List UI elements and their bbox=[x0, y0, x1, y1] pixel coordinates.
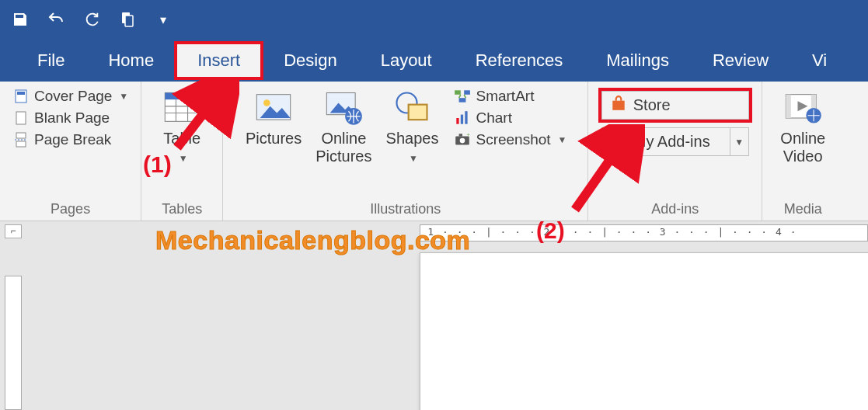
svg-rect-1 bbox=[125, 16, 133, 26]
cover-page-icon bbox=[12, 88, 30, 105]
svg-rect-35 bbox=[786, 95, 792, 118]
group-label-illustrations: Illustrations bbox=[370, 198, 441, 219]
blank-page-icon bbox=[12, 109, 30, 127]
svg-line-40 bbox=[177, 87, 224, 148]
arrow-1-icon bbox=[169, 78, 239, 155]
online-video-label: Online Video bbox=[780, 130, 825, 165]
svg-rect-30 bbox=[459, 134, 462, 136]
annotation-2: (2) bbox=[536, 217, 565, 244]
group-illustrations: Pictures Online Pictures Shapes▼ bbox=[223, 82, 588, 221]
online-pictures-icon bbox=[323, 88, 364, 128]
page-break-icon bbox=[12, 131, 30, 148]
svg-text:+: + bbox=[467, 131, 471, 138]
screenshot-button[interactable]: + Screenshot ▼ bbox=[451, 130, 570, 150]
shapes-icon bbox=[392, 88, 432, 128]
ruler-corner: ⌐ bbox=[5, 224, 22, 238]
undo-icon[interactable] bbox=[45, 9, 67, 30]
page-break-button[interactable]: Page Break bbox=[9, 130, 131, 150]
pictures-icon bbox=[253, 88, 294, 128]
save-icon[interactable] bbox=[9, 9, 31, 30]
document-area bbox=[0, 245, 868, 410]
pictures-label: Pictures bbox=[246, 130, 302, 148]
online-video-button[interactable]: Online Video bbox=[772, 86, 834, 167]
customize-qat-icon[interactable]: ▾ bbox=[152, 9, 174, 30]
svg-line-42 bbox=[575, 132, 629, 210]
redo-icon[interactable] bbox=[81, 9, 103, 30]
online-pictures-label: Online Pictures bbox=[315, 130, 371, 165]
tab-references[interactable]: References bbox=[454, 43, 585, 78]
shapes-label: Shapes bbox=[386, 130, 439, 147]
pictures-button[interactable]: Pictures bbox=[241, 86, 306, 149]
cover-page-button[interactable]: Cover Page ▼ bbox=[9, 86, 131, 106]
watermark-text: Mechanicalengblog.com bbox=[155, 225, 470, 255]
screenshot-icon: + bbox=[454, 131, 471, 148]
chart-label: Chart bbox=[476, 109, 511, 127]
blank-page-button[interactable]: Blank Page bbox=[9, 108, 131, 128]
tab-insert[interactable]: Insert bbox=[176, 43, 262, 78]
ruler-ticks: 1 · · · | · · · 2 · · · | · · · 3 · · · … bbox=[420, 226, 804, 238]
document-page[interactable] bbox=[420, 252, 868, 410]
cover-page-label: Cover Page bbox=[34, 88, 112, 105]
tab-home[interactable]: Home bbox=[86, 43, 176, 78]
group-label-pages: Pages bbox=[51, 198, 90, 219]
svg-rect-3 bbox=[17, 92, 25, 95]
store-button[interactable]: Store bbox=[601, 91, 749, 120]
group-media: Online Video Media bbox=[762, 82, 843, 221]
svg-point-15 bbox=[263, 99, 270, 106]
chevron-down-icon: ▼ bbox=[558, 134, 567, 145]
page-break-label: Page Break bbox=[34, 131, 111, 148]
smartart-icon bbox=[454, 88, 471, 105]
svg-rect-32 bbox=[612, 101, 624, 110]
tab-file[interactable]: File bbox=[16, 43, 86, 78]
ribbon-tabs: File Home Insert Design Layout Reference… bbox=[0, 39, 868, 82]
annotation-1: (1) bbox=[143, 151, 172, 178]
svg-point-29 bbox=[460, 138, 465, 144]
chart-button[interactable]: Chart bbox=[451, 108, 570, 128]
online-video-icon bbox=[783, 88, 823, 128]
svg-rect-23 bbox=[465, 90, 471, 95]
chevron-down-icon: ▼ bbox=[119, 91, 128, 102]
svg-rect-25 bbox=[457, 118, 459, 124]
vertical-ruler[interactable] bbox=[5, 276, 22, 410]
svg-rect-4 bbox=[16, 112, 26, 124]
svg-rect-5 bbox=[16, 133, 26, 138]
quick-access-toolbar: ▾ bbox=[0, 0, 868, 39]
arrow-2-icon bbox=[567, 124, 645, 217]
horizontal-ruler[interactable]: 1 · · · | · · · 2 · · · | · · · 3 · · · … bbox=[420, 224, 868, 241]
svg-rect-26 bbox=[461, 115, 463, 124]
screenshot-label: Screenshot bbox=[476, 131, 550, 148]
online-pictures-button[interactable]: Online Pictures bbox=[311, 86, 376, 167]
svg-rect-27 bbox=[465, 111, 468, 124]
group-label-tables: Tables bbox=[162, 198, 202, 219]
my-addins-dropdown[interactable]: ▼ bbox=[730, 127, 749, 156]
svg-rect-24 bbox=[459, 98, 466, 102]
ribbon: Cover Page ▼ Blank Page Page Break Page bbox=[0, 82, 868, 221]
svg-rect-6 bbox=[16, 141, 26, 147]
svg-rect-22 bbox=[455, 90, 462, 95]
chevron-down-icon: ▼ bbox=[409, 153, 418, 164]
group-label-media: Media bbox=[784, 198, 822, 219]
group-label-addins: Add-ins bbox=[651, 198, 699, 219]
tab-layout[interactable]: Layout bbox=[359, 43, 454, 78]
smartart-button[interactable]: SmartArt bbox=[451, 86, 570, 106]
chart-icon bbox=[454, 109, 471, 127]
tab-design[interactable]: Design bbox=[262, 43, 358, 78]
shapes-button[interactable]: Shapes▼ bbox=[381, 86, 443, 167]
smartart-label: SmartArt bbox=[476, 88, 534, 105]
tab-review[interactable]: Review bbox=[691, 43, 790, 78]
tab-mailings[interactable]: Mailings bbox=[584, 43, 691, 78]
store-icon bbox=[610, 95, 627, 116]
tab-view-partial[interactable]: Vi bbox=[790, 43, 849, 78]
blank-page-label: Blank Page bbox=[34, 109, 110, 127]
svg-rect-21 bbox=[409, 105, 427, 120]
store-label: Store bbox=[633, 96, 671, 114]
group-pages: Cover Page ▼ Blank Page Page Break Page bbox=[0, 82, 141, 221]
touch-mode-icon[interactable] bbox=[117, 9, 138, 30]
